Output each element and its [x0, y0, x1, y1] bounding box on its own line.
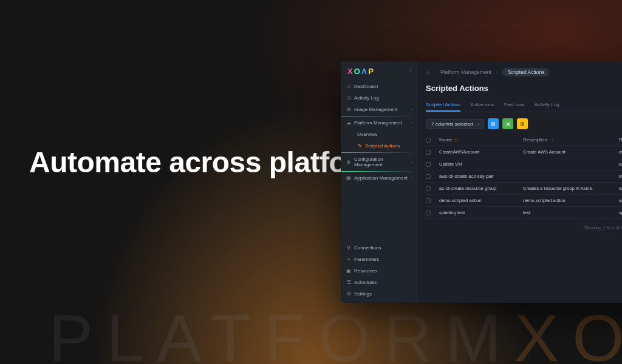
main-content: ⌂ › Platform Management › Scripted Actio… — [417, 62, 622, 302]
row-checkbox[interactable] — [426, 150, 431, 155]
sidebar-item-parameters[interactable]: ≡Parameters — [341, 254, 417, 265]
cell-resource: aws-cli-create-account.ps1 — [619, 149, 622, 155]
toolbar: 7 columns selected 🗎 ⇲ 🗎 — [426, 118, 622, 129]
table-row[interactable]: demo-scripted actiondemo-scripted action… — [426, 195, 622, 207]
export-icon: ⇲ — [505, 121, 510, 127]
sidebar-item-resources[interactable]: ▣Resources — [341, 265, 417, 277]
cell-resource: splatting.ps1 — [619, 210, 622, 215]
sidebar-item-platform-management[interactable]: ☁Platform Management — [341, 117, 417, 129]
archive-button[interactable]: 🗎 — [517, 118, 528, 129]
sidebar-collapse[interactable]: ‹ — [409, 67, 411, 73]
export-button[interactable]: ⇲ — [502, 118, 513, 129]
cell-name: CreateAWSAccount — [439, 149, 518, 155]
tab-activity-log[interactable]: Activity Log — [535, 99, 559, 112]
select-all-checkbox[interactable] — [426, 138, 431, 143]
cell-description: Creates a resource group in Azure. — [523, 186, 614, 191]
pencil-icon: ✎ — [357, 144, 362, 149]
sidebar-item-image-management[interactable]: ⊞Image Management — [341, 104, 417, 115]
breadcrumb: ⌂ › Platform Management › Scripted Actio… — [426, 68, 622, 76]
sidebar-item-application-management[interactable]: ▦Application Management — [341, 172, 417, 184]
sort-icon: ↑↓ — [549, 138, 553, 142]
col-name[interactable]: Name↑↓ — [439, 137, 518, 143]
tabs: Scripted Actions Active runs Past runs A… — [426, 99, 622, 112]
cell-description: Create AWS Account — [523, 149, 614, 155]
cell-name: splatting test — [439, 210, 518, 215]
table-row[interactable]: Update VMaz-cli-create-image-gallery.ps1 — [426, 158, 622, 170]
sidebar-sub-overview[interactable]: Overview — [352, 129, 417, 140]
cell-name: demo-scripted action — [439, 198, 518, 203]
list-icon: ≡ — [346, 257, 351, 262]
breadcrumb-home[interactable]: ⌂ — [426, 69, 429, 75]
sidebar-item-dashboard[interactable]: ⌂Dashboard — [341, 81, 417, 92]
box-icon: ▣ — [346, 269, 351, 274]
cloud-icon: ☁ — [346, 121, 351, 126]
table-row[interactable]: splatting testtestsplatting.ps1 — [426, 207, 622, 219]
table-row[interactable]: CreateAWSAccountCreate AWS Accountaws-cl… — [426, 146, 622, 158]
breadcrumb-current: Scripted Actions — [502, 68, 549, 76]
cell-resource: az-cli-create-resource-group.ps1 — [619, 186, 622, 191]
table-row[interactable]: aws-cli-create ec2-key-pairaws-cli-creat… — [426, 170, 622, 183]
cell-name: aws-cli-create ec2-key-pair — [439, 174, 518, 179]
tab-past-runs[interactable]: Past runs — [504, 99, 525, 112]
cell-resource: az-cli-avd-applicationgroup-list.ps1 — [619, 198, 622, 203]
column-selector[interactable]: 7 columns selected — [426, 119, 484, 129]
row-checkbox[interactable] — [426, 186, 431, 191]
cell-description: demo-scripted action — [523, 198, 614, 203]
home-icon: ⌂ — [346, 84, 351, 89]
col-resource[interactable]: Resource — [619, 137, 622, 143]
app-window: XOAP ‹ ⌂Dashboard ◷Activity Log ⊞Image M… — [340, 61, 622, 303]
watermark: PLATFORMXO — [49, 299, 622, 364]
cell-description: test — [523, 210, 614, 215]
add-button[interactable]: 🗎 — [488, 118, 499, 129]
apps-icon: ▦ — [346, 176, 351, 181]
row-checkbox[interactable] — [426, 174, 431, 179]
row-checkbox[interactable] — [426, 162, 431, 167]
sidebar-item-connections[interactable]: ⚲Connections — [341, 242, 417, 254]
sidebar-sub-scripted-actions[interactable]: ✎Scripted Actions — [352, 140, 417, 152]
sidebar-item-schedules[interactable]: ☰Schedules — [341, 277, 417, 288]
calendar-icon: ☰ — [346, 280, 351, 285]
pagination: Showing 1 to 6 of 6 entries « ‹ 1 › » — [426, 224, 622, 232]
clock-icon: ◷ — [346, 96, 351, 101]
chevron-right-icon: › — [496, 69, 498, 75]
sidebar: XOAP ‹ ⌂Dashboard ◷Activity Log ⊞Image M… — [341, 62, 417, 302]
chevron-right-icon: › — [434, 69, 436, 75]
row-checkbox[interactable] — [426, 198, 431, 203]
page-title: Scripted Actions — [426, 84, 622, 93]
gear-icon: ⚙ — [346, 160, 351, 164]
tab-scripted-actions[interactable]: Scripted Actions — [426, 99, 460, 112]
breadcrumb-platform[interactable]: Platform Management — [440, 69, 491, 75]
archive-icon: 🗎 — [520, 121, 525, 127]
cell-name: Update VM — [439, 161, 518, 167]
file-plus-icon: 🗎 — [491, 121, 496, 127]
pager-summary: Showing 1 to 6 of 6 entries — [584, 225, 622, 231]
link-icon: ⚲ — [346, 246, 351, 251]
table-row[interactable]: az-cli-create-resource-groupCreates a re… — [426, 183, 622, 195]
grid-icon: ⊞ — [346, 107, 351, 112]
row-checkbox[interactable] — [426, 211, 431, 215]
sort-icon: ↑↓ — [454, 138, 458, 142]
cell-name: az-cli-create-resource-group — [439, 186, 518, 191]
settings-icon: ⚙ — [346, 292, 351, 297]
sidebar-item-settings[interactable]: ⚙Settings — [341, 288, 417, 300]
cell-resource: az-cli-create-image-gallery.ps1 — [619, 161, 622, 167]
cell-resource: aws-cli-create-ec2-key-pair.ps1 — [619, 174, 622, 179]
col-description[interactable]: Description↑↓ — [523, 137, 614, 143]
logo[interactable]: XOAP — [341, 62, 417, 81]
actions-table: Name↑↓ Description↑↓ Resource CreateAWSA… — [426, 134, 622, 219]
sidebar-item-configuration-management[interactable]: ⚙Configuration Management — [341, 153, 417, 170]
tab-active-runs[interactable]: Active runs — [470, 99, 494, 112]
sidebar-item-activity-log[interactable]: ◷Activity Log — [341, 92, 417, 104]
